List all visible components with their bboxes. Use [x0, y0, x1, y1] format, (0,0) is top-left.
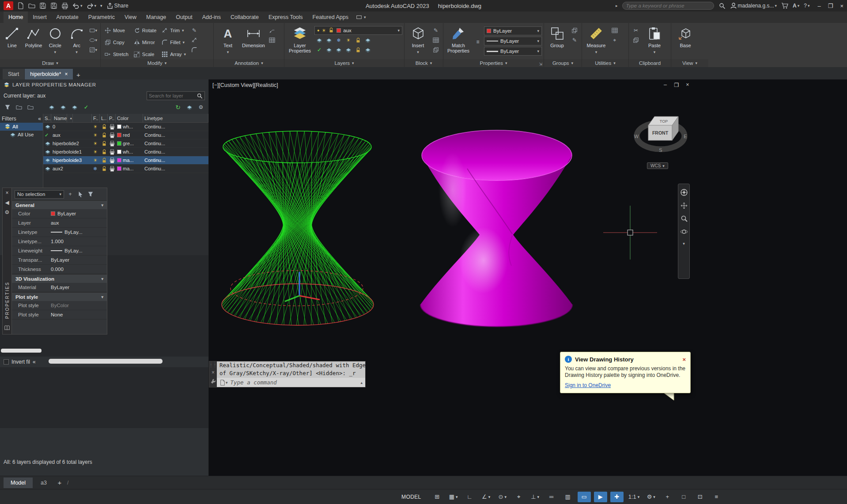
col-freeze[interactable]: F..	[92, 114, 100, 122]
col-name[interactable]: Name▲	[51, 114, 92, 122]
color-cell[interactable]: ma...	[116, 166, 143, 171]
palette-close-icon[interactable]: ×	[5, 190, 8, 196]
new-layer-vp-frozen-icon[interactable]	[59, 104, 67, 111]
navbar-more-icon[interactable]: ▾	[683, 241, 685, 246]
current-layer-check-icon[interactable]: ✓	[43, 132, 51, 138]
panel-label-annotation[interactable]: Annotation▾	[214, 59, 284, 67]
notification-close-icon[interactable]: ×	[682, 356, 686, 363]
tab-parametric[interactable]: Parametric	[83, 11, 120, 23]
match-properties-tool[interactable]: Match Properties	[445, 24, 472, 59]
doc-minimize-button[interactable]: –	[664, 82, 667, 88]
magenta-solid-hyperboloid[interactable]	[420, 130, 572, 327]
plot-icon[interactable]	[108, 157, 116, 163]
help-button[interactable]: ?▾	[804, 3, 809, 9]
color-cell[interactable]: ma...	[116, 158, 143, 163]
save-icon[interactable]	[39, 2, 46, 9]
wireframe-top-ellipse[interactable]	[223, 131, 371, 163]
array-tool[interactable]: Array▾	[159, 48, 188, 60]
command-history[interactable]: Realistic/Conceptual/Shaded/shaded with …	[217, 361, 365, 378]
annotation-monitor-toggle[interactable]: +	[661, 492, 674, 502]
prop-row-linetype[interactable]: LinetypeByLay...	[12, 228, 107, 237]
properties-list-icon[interactable]: ≡	[474, 38, 482, 45]
dimension-tool[interactable]: Dimension	[241, 24, 266, 59]
settings-gear-icon[interactable]: ⚙	[197, 104, 205, 111]
close-button[interactable]: ×	[840, 3, 843, 9]
freeze-icon[interactable]: ☀	[92, 158, 100, 163]
tab-featured-apps[interactable]: Featured Apps	[308, 11, 353, 23]
copy-tool[interactable]: Copy	[102, 36, 131, 48]
new-drawing-icon[interactable]	[17, 2, 24, 9]
rectangle-tool-icon[interactable]: ▾	[89, 27, 97, 34]
prop-row-layer[interactable]: Layeraux	[12, 218, 107, 228]
new-property-filter-icon[interactable]	[4, 104, 11, 111]
define-attributes-icon[interactable]	[432, 37, 440, 44]
linetype-cell[interactable]: Continu...	[143, 158, 208, 163]
lock-icon[interactable]	[100, 149, 108, 155]
minimize-button[interactable]: –	[818, 3, 821, 9]
linetype-cell[interactable]: Continu...	[143, 132, 208, 138]
command-grip[interactable]: ⋮⋮⋮⋮ ×	[209, 361, 217, 387]
mirror-tool[interactable]: Mirror	[132, 36, 159, 48]
lock-icon[interactable]	[100, 140, 108, 147]
zoom-icon[interactable]	[681, 215, 688, 222]
prop-row-transparency[interactable]: Transpar...ByLayer	[12, 256, 107, 265]
layer-make-current-icon[interactable]: ✓	[315, 46, 323, 53]
color-cell[interactable]: red	[116, 132, 143, 138]
doc-close-button[interactable]: ×	[686, 82, 689, 88]
account-button[interactable]: madalena.g.s...▾	[730, 2, 777, 9]
layer-vpfreeze-icon[interactable]	[344, 46, 352, 53]
linetype-cell[interactable]: Continu...	[143, 149, 208, 154]
layer-row-aux[interactable]: ✓ aux ☀ red Continu...	[43, 131, 208, 139]
layer-off-icon[interactable]: ☀	[344, 37, 352, 44]
col-linetype[interactable]: Linetype	[143, 114, 208, 122]
layer-dropdown[interactable]: ● ☀ aux ▾	[314, 26, 402, 35]
layer-row-aux2[interactable]: aux2 ❄ ma... Continu...	[43, 165, 208, 173]
palette-autohide-icon[interactable]: ◀	[5, 199, 9, 206]
qat-customize-icon[interactable]: ▾	[100, 4, 102, 8]
ortho-toggle[interactable]: ∟	[463, 492, 476, 502]
linetype-cell[interactable]: Continu...	[143, 166, 208, 171]
redo-button[interactable]: ▾	[87, 2, 97, 9]
col-color[interactable]: Color	[116, 114, 143, 122]
quick-calc-icon[interactable]	[611, 27, 619, 34]
section-general[interactable]: General▾	[12, 200, 107, 209]
layer-row-0[interactable]: 0 ☀ wh... Continu...	[43, 123, 208, 131]
compass-south-label[interactable]: S	[659, 147, 662, 153]
selection-dropdown[interactable]: No selection▾	[15, 190, 64, 199]
measure-tool[interactable]: Measure▾	[584, 24, 609, 59]
panel-label-block[interactable]: Block▾	[405, 59, 443, 67]
freeze-icon[interactable]: ❄	[92, 166, 100, 172]
panel-label-layers[interactable]: Layers▾	[284, 59, 404, 67]
layer-freeze-icon[interactable]: ❄	[335, 37, 343, 44]
search-collapse-icon[interactable]: ▸	[616, 4, 618, 8]
file-tab-document[interactable]: hiperboloide*×	[25, 69, 73, 79]
layer-states-manager-icon[interactable]	[26, 104, 34, 111]
col-plot[interactable]: P..	[108, 114, 116, 122]
line-tool[interactable]: Line	[2, 24, 23, 59]
plot-icon[interactable]	[108, 140, 116, 147]
ribbon-display-toggle[interactable]: ▾	[356, 11, 366, 23]
workspace-switching-button[interactable]: ⚙▾	[644, 492, 658, 502]
freeze-icon[interactable]: ☀	[92, 124, 100, 130]
maximize-button[interactable]: ❐	[828, 3, 833, 9]
panel-label-modify[interactable]: Modify▾	[101, 59, 213, 67]
copy-clip-icon[interactable]	[632, 37, 640, 44]
select-objects-icon[interactable]	[76, 191, 84, 198]
text-tool[interactable]: AText▾	[216, 24, 240, 59]
panel-label-utilities[interactable]: Utilities▾	[582, 59, 628, 67]
layer-prev-icon[interactable]	[325, 46, 333, 53]
stretch-tool[interactable]: Stretch	[102, 48, 131, 60]
prop-row-thickness[interactable]: Thickness0.000	[12, 265, 107, 274]
layer-row-hiperbolide2[interactable]: hiperbolide2 ☀ gre... Continu...	[43, 139, 208, 148]
layer-settings-sheet-icon[interactable]	[185, 104, 193, 111]
section-plot-style[interactable]: Plot style▾	[12, 292, 107, 301]
invert-filter-checkbox[interactable]	[4, 359, 9, 365]
pan-icon[interactable]	[681, 202, 688, 209]
plot-icon[interactable]	[108, 124, 116, 130]
insert-tool[interactable]: Insert▾	[406, 24, 430, 59]
layer-dropdown-arrow[interactable]: ▾	[397, 28, 400, 33]
fillet-tool[interactable]: Fillet▾	[159, 36, 188, 48]
status-icon[interactable]	[43, 157, 51, 163]
col-status[interactable]: S..	[43, 114, 51, 122]
properties-dialog-launcher-icon[interactable]: ⇲	[539, 62, 542, 66]
